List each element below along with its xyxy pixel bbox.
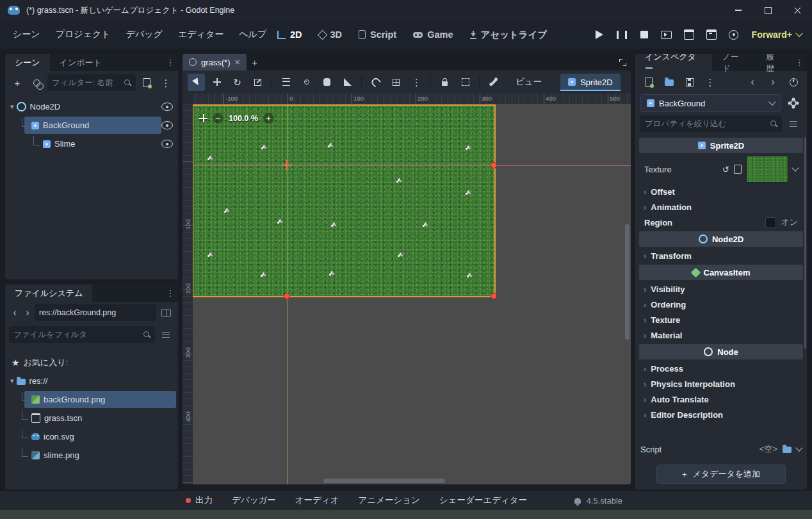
inspector-group-physics-interpolation[interactable]: ›Physics Interpolation [639,376,803,391]
skeleton-options-menu[interactable] [485,74,502,91]
tab-history[interactable]: 履歴 [756,54,792,71]
menu-item[interactable]: ヘルプ [231,25,274,44]
move-tool[interactable] [208,74,225,91]
inspector-scrollbar[interactable] [804,137,806,349]
menu-item[interactable]: エディター [170,25,231,44]
sort-files-button[interactable] [158,326,174,343]
instantiate-scene-button[interactable] [28,74,45,91]
tree-item-res-[interactable]: ▾res:// [5,372,178,390]
view-menu[interactable]: ビュー [509,74,548,90]
smart-snap-toggle[interactable] [367,74,384,91]
filesystem-filter-input[interactable] [13,330,140,339]
load-resource-button[interactable] [661,74,678,90]
tab-import[interactable]: インポート [50,54,111,71]
inspector-category-canvasitem[interactable]: CanvasItem [639,265,803,280]
new-resource-button[interactable] [640,74,657,90]
tree-item-icon-svg[interactable]: icon.svg [5,427,178,446]
selection-handle[interactable] [284,293,290,299]
vertical-scrollbar[interactable] [625,224,629,340]
workspace-tab-script[interactable]: Script [352,26,403,44]
bottom-panel-item[interactable]: シェーダーエディター [439,495,527,506]
extra-tools-button[interactable] [785,95,802,111]
movie-writer-button[interactable] [703,26,720,43]
play-button[interactable] [591,26,608,43]
zoom-in-button[interactable]: + [263,113,274,124]
inspector-group-ordering[interactable]: ›Ordering [639,297,803,312]
resource-extra-menu-button[interactable]: ⋮ [702,74,719,90]
node-selector-dropdown[interactable]: BackGround [640,94,781,112]
scene-tab-grass[interactable]: grass(*) × [183,54,247,70]
bottom-panel-output[interactable]: 出力 [186,495,213,506]
tree-item-slime[interactable]: Slime [5,135,178,153]
bottom-panel-item[interactable]: デバッガー [232,495,276,506]
inspector-group-texture[interactable]: ›Texture [639,312,803,327]
visibility-eye-icon[interactable] [161,140,173,148]
workspace-tab-game[interactable]: Game [406,26,460,44]
add-metadata-button[interactable]: + メタデータを追加 [656,465,786,484]
snap-options-menu[interactable]: ⋮ [408,74,425,91]
property-filter-input[interactable] [645,119,767,128]
object-history-button[interactable] [785,74,802,90]
horizontal-scrollbar[interactable] [323,479,445,483]
chevron-down-icon[interactable] [795,444,802,451]
chevron-down-icon[interactable] [792,164,799,171]
inspector-category-node[interactable]: Node [639,344,803,359]
filesystem-menu-button[interactable]: ⋮ [163,284,178,302]
ruler-tool[interactable] [339,74,356,91]
menu-item[interactable]: プロジェクト [48,25,118,44]
group-button[interactable] [457,74,474,91]
inspector-group-process[interactable]: ›Process [639,361,803,376]
pause-button[interactable] [613,26,630,43]
visibility-eye-icon[interactable] [161,103,173,111]
scene-extra-menu-button[interactable]: ⋮ [158,74,174,91]
selection-handle[interactable] [491,293,497,299]
collapse-arrow-icon[interactable]: ▾ [10,377,14,385]
inspector-group-auto-translate[interactable]: ›Auto Translate [639,391,803,407]
play-custom-scene-button[interactable] [681,26,697,43]
tab-filesystem[interactable]: ファイルシステム [5,284,92,302]
inspector-property-region[interactable]: Regionオン [639,215,803,230]
texture-thumbnail[interactable] [746,156,788,183]
inspector-category-node2d[interactable]: Node2D [639,231,803,247]
selection-handle[interactable] [491,162,497,169]
workspace-tab-3d[interactable]: 3D [312,26,350,44]
scene-filter-input[interactable] [52,78,121,87]
scale-tool[interactable] [249,74,266,91]
tree-item-grass-tscn[interactable]: grass.tscn [5,409,178,427]
menu-item[interactable]: デバッグ [118,25,170,44]
script-property-row[interactable]: Script <空> [635,440,807,459]
grid-snap-toggle[interactable] [387,74,405,91]
workspace-tab-2d[interactable]: 2D [270,26,309,44]
resource-script-icon[interactable] [734,165,742,174]
pan-tool[interactable] [318,74,336,91]
folder-icon[interactable] [783,447,792,453]
select-tool[interactable] [188,74,205,91]
history-forward-button[interactable]: › [765,74,781,90]
back-button[interactable]: ‹ [9,306,20,319]
save-resource-button[interactable] [681,74,698,90]
history-back-button[interactable]: ‹ [744,74,761,90]
close-tab-icon[interactable]: × [235,57,240,67]
lock-button[interactable] [436,74,453,91]
region-checkbox[interactable] [765,217,776,228]
new-scene-tab-button[interactable]: + [247,54,263,70]
zoom-out-button[interactable]: − [213,113,223,124]
minimize-button[interactable] [724,0,753,21]
attach-script-button[interactable] [138,74,155,91]
visibility-eye-icon[interactable] [161,121,173,129]
stop-button[interactable] [636,26,653,43]
tree-item-slime-png[interactable]: slime.png [5,446,178,465]
collapse-arrow-icon[interactable]: ▾ [10,103,14,111]
inspector-property-texture[interactable]: Texture↺ [639,154,803,184]
background-sprite-texture[interactable] [193,106,494,296]
rotate-tool[interactable]: ↻ [229,74,246,91]
tab-scene[interactable]: シーン [5,54,50,71]
path-input[interactable] [39,308,152,317]
movie-maker-toggle[interactable] [726,26,742,43]
favorites-row[interactable]: ★ お気に入り: [5,353,178,372]
revert-icon[interactable]: ↺ [722,165,729,174]
inspector-group-visibility[interactable]: ›Visibility [639,281,803,297]
scene-dock-menu-button[interactable]: ⋮ [163,54,178,71]
menu-item[interactable]: シーン [5,25,48,44]
close-button[interactable] [783,0,812,21]
